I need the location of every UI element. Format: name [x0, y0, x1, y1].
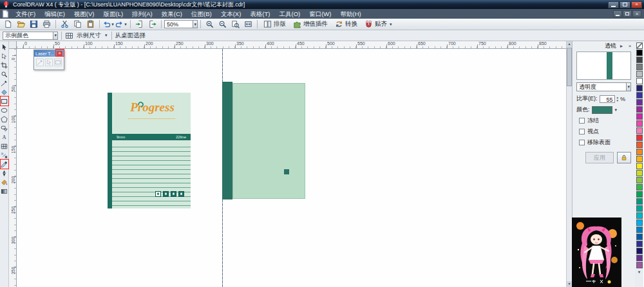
remove-face-checkbox[interactable] [579, 140, 585, 145]
export-icon[interactable] [146, 19, 158, 30]
color-swatch-27[interactable] [636, 234, 643, 240]
lock-button[interactable] [617, 152, 631, 163]
zoom-fit-icon[interactable] [242, 19, 254, 30]
snap-button[interactable]: 贴齐▾ [361, 19, 396, 30]
apply-button[interactable]: 应用 [585, 152, 614, 163]
color-swatch-20[interactable] [636, 184, 643, 190]
small-square-object[interactable] [284, 169, 289, 174]
rate-input[interactable]: 55 [600, 95, 615, 103]
outline-tool[interactable] [0, 169, 8, 178]
open-icon[interactable] [15, 19, 27, 30]
scroll-down-icon[interactable]: ▾ [567, 281, 572, 287]
color-swatch-6[interactable] [636, 85, 643, 91]
color-swatch-23[interactable] [636, 205, 643, 212]
color-swatch-1[interactable] [636, 50, 643, 56]
scroll-up-icon[interactable]: ▴ [567, 41, 572, 47]
color-swatch-7[interactable] [636, 92, 643, 98]
color-swatch-18[interactable] [636, 170, 643, 176]
chevron-down-icon[interactable]: ▾ [614, 107, 618, 113]
maximize-button[interactable] [620, 1, 630, 8]
color-swatch-14[interactable] [636, 142, 643, 148]
basic-shapes-tool[interactable] [0, 124, 8, 133]
from-desktop-button[interactable]: 从桌面选择 [115, 32, 146, 40]
sample-size-label[interactable]: 示例尺寸 [77, 32, 101, 40]
canvas[interactable]: Progress 9mm 22line Laser T... × [17, 49, 566, 287]
freehand-tool[interactable] [0, 79, 8, 88]
color-swatch-2[interactable] [636, 57, 643, 63]
vertical-scrollbar[interactable]: ▴ ▾ [566, 41, 572, 287]
zoom-out-icon[interactable] [216, 19, 229, 30]
doc-restore-button[interactable] [623, 10, 632, 17]
print-icon[interactable] [41, 19, 53, 30]
cut-icon[interactable] [59, 19, 71, 30]
doc-close-button[interactable]: × [632, 10, 641, 17]
viewpoint-checkbox[interactable] [579, 129, 585, 134]
lens-type-dropdown[interactable]: 透明度 ▾ [576, 82, 631, 91]
table-tool[interactable] [0, 142, 8, 151]
color-swatch-21[interactable] [636, 191, 643, 198]
menu-item-4[interactable]: 排列(A) [128, 9, 157, 19]
color-swatch-31[interactable] [636, 262, 643, 268]
menu-item-1[interactable]: 编辑(E) [40, 9, 70, 19]
color-swatch-8[interactable] [636, 99, 643, 106]
zoom-level-dropdown[interactable]: 50%▾ [164, 20, 198, 28]
lens-color-swatch[interactable] [592, 106, 612, 114]
menu-item-3[interactable]: 版面(L) [99, 9, 128, 19]
color-swatch-26[interactable] [636, 227, 643, 233]
color-swatch-29[interactable] [636, 248, 643, 254]
cover-spine-rectangle[interactable] [222, 82, 232, 199]
minimize-button[interactable] [608, 1, 619, 8]
undo-icon[interactable]: ▾ [102, 19, 115, 30]
color-swatch-16[interactable] [636, 156, 643, 162]
no-color-swatch[interactable] [636, 42, 643, 49]
rate-spinner[interactable]: ▴▾ [617, 96, 619, 102]
doc-minimize-button[interactable] [613, 10, 622, 17]
pick-tool[interactable] [0, 43, 8, 51]
color-swatch-24[interactable] [636, 212, 643, 219]
ellipse-tool[interactable] [0, 106, 8, 115]
scrollbar-thumb[interactable] [567, 48, 572, 86]
text-tool[interactable]: A [0, 133, 8, 142]
color-swatch-19[interactable] [636, 177, 643, 183]
polygon-tool[interactable] [0, 115, 8, 124]
menu-item-9[interactable]: 工具(O) [274, 9, 305, 19]
close-button[interactable]: × [631, 1, 642, 8]
cover-body-rectangle[interactable] [232, 83, 305, 199]
color-swatch-4[interactable] [636, 71, 643, 77]
color-swatch-9[interactable] [636, 106, 643, 113]
menu-item-8[interactable]: 表格(T) [245, 9, 274, 19]
color-swatch-30[interactable] [636, 255, 643, 261]
convert-button[interactable]: 转换 [332, 19, 361, 30]
horizontal-ruler[interactable]: 0501001502002503003504004505005506006507… [17, 41, 566, 49]
color-swatch-25[interactable] [636, 219, 643, 226]
laser-tool-icon-1[interactable] [36, 59, 44, 66]
laser-tool-icon-3[interactable] [54, 59, 62, 66]
notebook-cover-design[interactable]: Progress 9mm 22line [108, 93, 191, 208]
color-swatch-11[interactable] [636, 120, 643, 127]
shape-tool[interactable] [0, 52, 8, 60]
freeze-checkbox[interactable] [579, 118, 585, 124]
color-swatch-10[interactable] [636, 113, 643, 120]
redo-icon[interactable]: ▾ [115, 19, 128, 30]
layout-button[interactable]: 排版 [260, 19, 289, 30]
zoom-tool[interactable] [0, 70, 8, 79]
new-document-icon[interactable] [2, 19, 14, 30]
zoom-page-icon[interactable] [229, 19, 242, 30]
fill-tool[interactable] [0, 178, 8, 187]
laser-tool-icon-2[interactable] [45, 59, 53, 66]
menu-item-2[interactable]: 视图(V) [70, 9, 99, 19]
menu-item-6[interactable]: 位图(B) [187, 9, 216, 19]
color-swatch-12[interactable] [636, 127, 643, 134]
color-swatch-28[interactable] [636, 241, 643, 247]
menu-item-7[interactable]: 文本(X) [216, 9, 246, 19]
color-swatch-3[interactable] [636, 64, 643, 70]
interactive-fill-tool[interactable] [0, 187, 8, 196]
palette-scroll-down-icon[interactable]: ▾ [638, 270, 641, 275]
menu-item-10[interactable]: 窗口(W) [305, 9, 336, 19]
copy-icon[interactable] [71, 19, 84, 30]
crop-tool[interactable] [0, 61, 8, 69]
color-swatch-17[interactable] [636, 163, 643, 169]
menu-item-0[interactable]: 文件(F) [11, 9, 40, 19]
plugins-button[interactable]: 增值插件 [290, 19, 331, 30]
color-swatch-13[interactable] [636, 134, 643, 141]
